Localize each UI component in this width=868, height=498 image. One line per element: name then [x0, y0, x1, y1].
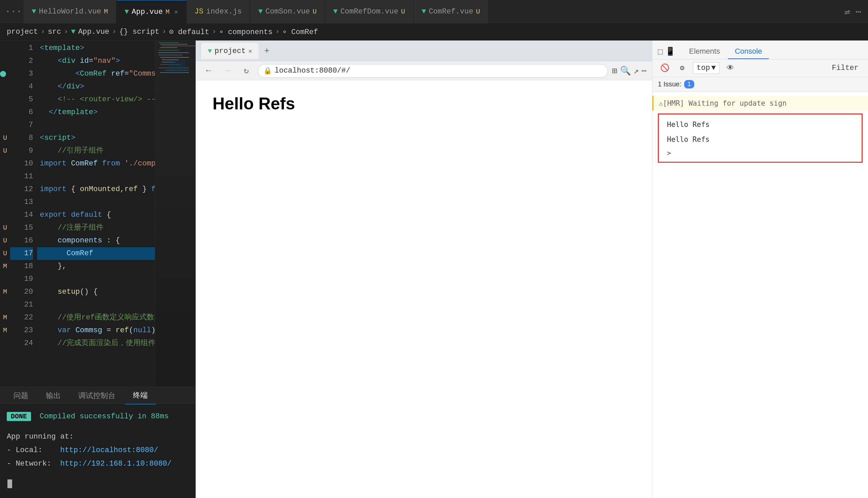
translate-icon[interactable]: ⊞	[612, 66, 618, 76]
warn-icon: ⚠	[659, 96, 663, 111]
context-selector[interactable]: top ▼	[693, 62, 720, 74]
local-url-line: - Local: http://localhost:8080/	[7, 444, 189, 457]
breadcrumb-components[interactable]: ∘ components	[219, 27, 272, 37]
code-line-7	[37, 119, 155, 132]
terminal-panel: 问题 输出 调试控制台 终端 DONE Compiled successfull…	[0, 386, 195, 498]
console-line-1: Hello Refs	[662, 117, 859, 132]
svg-rect-5	[159, 52, 189, 53]
eye-icon[interactable]: 👁	[723, 62, 737, 75]
forward-button[interactable]: →	[220, 64, 235, 78]
svg-rect-3	[160, 47, 177, 48]
share-icon[interactable]: ↗	[634, 66, 639, 76]
tab-problems[interactable]: 问题	[5, 387, 37, 405]
more-actions-icon[interactable]: ⋯	[855, 6, 861, 17]
status-2	[0, 55, 10, 67]
refresh-button[interactable]: ↻	[239, 64, 254, 78]
lock-icon: 🔒	[263, 66, 272, 75]
sep1: ›	[40, 28, 45, 36]
vue-icon: ▼	[32, 8, 36, 16]
status-8: U	[0, 132, 10, 144]
tab-elements[interactable]: Elements	[682, 44, 727, 59]
devtools-panel: ⬚ 📱 Elements Console 🚫 ⚙ top ▼ 👁 Filter …	[652, 40, 868, 498]
status-16: U	[0, 234, 10, 247]
code-area[interactable]: <template> <div id="nav"> <ComRef ref="C…	[37, 40, 155, 386]
settings-icon[interactable]: ⚙	[675, 62, 689, 75]
tab-more-button[interactable]: ···	[3, 0, 24, 24]
status-9: U	[0, 144, 10, 157]
address-bar[interactable]: 🔒 localhost:8080/#/	[258, 64, 608, 78]
devtools-inspect-icon[interactable]: ⬚	[658, 47, 663, 56]
code-line-24: //完成页面渲染后，使用组件中的属性或者方法	[37, 337, 155, 350]
vue-icon-active: ▼	[124, 8, 129, 16]
editor-area: U U U U U M M M M 1 2	[0, 40, 196, 498]
code-line-22: //使用ref函数定义响应式数据，传入null	[37, 311, 155, 324]
back-button[interactable]: ←	[201, 64, 216, 78]
tab-close-button[interactable]: ✕	[174, 8, 178, 15]
breadcrumb-appvue[interactable]: App.vue	[78, 28, 109, 36]
filter-button[interactable]: Filter	[828, 63, 863, 74]
status-5	[0, 93, 10, 106]
status-13	[0, 196, 10, 209]
code-line-15: //注册子组件	[37, 222, 155, 234]
tab-appvue[interactable]: ▼ App.vue M ✕	[117, 0, 186, 24]
new-tab-button[interactable]: +	[264, 46, 270, 56]
breadcrumb-src[interactable]: src	[48, 28, 62, 36]
tab-comref[interactable]: ▼ ComRef.vue U	[413, 0, 488, 24]
expand-row[interactable]: >	[662, 147, 859, 159]
tab-comson[interactable]: ▼ ComSon.vue U	[250, 0, 325, 24]
sep6: ›	[275, 28, 280, 36]
code-line-10: import ComRef from './components/ComRef'	[37, 157, 155, 170]
js-icon: JS	[195, 8, 203, 16]
modified-comson: U	[313, 8, 317, 15]
expand-arrow: >	[667, 149, 671, 157]
code-line-2: <div id="nav">	[37, 55, 155, 67]
sep2: ›	[64, 28, 68, 36]
terminal-tabs: 问题 输出 调试控制台 终端	[0, 387, 195, 405]
network-url[interactable]: http://192.168.1.10:8080/	[60, 459, 171, 468]
code-line-17: ComRef	[37, 247, 155, 260]
code-line-1: <template>	[37, 42, 155, 55]
devtools-tabs: ⬚ 📱 Elements Console	[652, 40, 868, 60]
breadcrumb-default[interactable]: ⊙ default	[169, 27, 209, 37]
local-url[interactable]: http://localhost:8080/	[60, 446, 158, 455]
code-line-16: components : {	[37, 234, 155, 247]
network-url-line: - Network: http://192.168.1.10:8080/	[7, 457, 189, 471]
split-editor-icon[interactable]: ⇌	[844, 6, 850, 17]
status-22: M	[0, 311, 10, 324]
code-line-12: import { onMounted,ref } from 'vue';	[37, 183, 155, 196]
svg-rect-7	[160, 57, 189, 58]
line-numbers: 1 2 3 4 5 6 7 8 9 10 11 12 13 14 15 16 1…	[10, 40, 37, 386]
breadcrumb-comref[interactable]: ∘ ComRef	[282, 27, 318, 37]
code-line-21	[37, 299, 155, 311]
browser-tab[interactable]: ▼ project ✕	[201, 43, 259, 59]
devtools-icon-row: ⬚ 📱	[658, 47, 675, 59]
tab-bar: ··· ▼ HelloWorld.vue M ▼ App.vue M ✕ JS …	[0, 0, 868, 24]
breadcrumb-script[interactable]: {} script	[119, 28, 159, 36]
tab-console[interactable]: Console	[728, 44, 769, 59]
page-heading: Hello Refs	[213, 94, 635, 114]
code-line-8: <script>	[37, 132, 155, 144]
tab-indexjs[interactable]: JS index.js	[187, 0, 250, 24]
compiled-line: DONE Compiled successfully in 88ms	[7, 410, 189, 423]
svg-rect-2	[162, 45, 195, 46]
code-line-6: </template>	[37, 106, 155, 119]
tab-comrefdom[interactable]: ▼ ComRefDom.vue U	[325, 0, 413, 24]
modified-indicator-active: M	[166, 8, 170, 16]
breadcrumb-project[interactable]: project	[7, 28, 38, 36]
zoom-icon[interactable]: 🔍	[620, 66, 631, 76]
browser-panel: ▼ project ✕ + ← → ↻ 🔒 localhost:8080/#/ …	[196, 40, 652, 498]
more-icon[interactable]: ⋯	[641, 66, 647, 76]
browser-tab-close[interactable]: ✕	[248, 47, 252, 55]
clear-console-button[interactable]: 🚫	[658, 62, 671, 75]
svg-rect-0	[159, 42, 179, 43]
tab-label: HelloWorld.vue	[39, 8, 101, 16]
spacer2	[7, 471, 189, 477]
main-layout: U U U U U M M M M 1 2	[0, 40, 868, 498]
tab-debug-console[interactable]: 调试控制台	[70, 387, 123, 405]
tab-terminal[interactable]: 终端	[125, 387, 156, 405]
code-line-13	[37, 196, 155, 209]
tab-output[interactable]: 输出	[38, 387, 69, 405]
sep5: ›	[212, 28, 216, 36]
devtools-device-icon[interactable]: 📱	[665, 47, 675, 56]
tab-helloworld[interactable]: ▼ HelloWorld.vue M	[24, 0, 117, 24]
